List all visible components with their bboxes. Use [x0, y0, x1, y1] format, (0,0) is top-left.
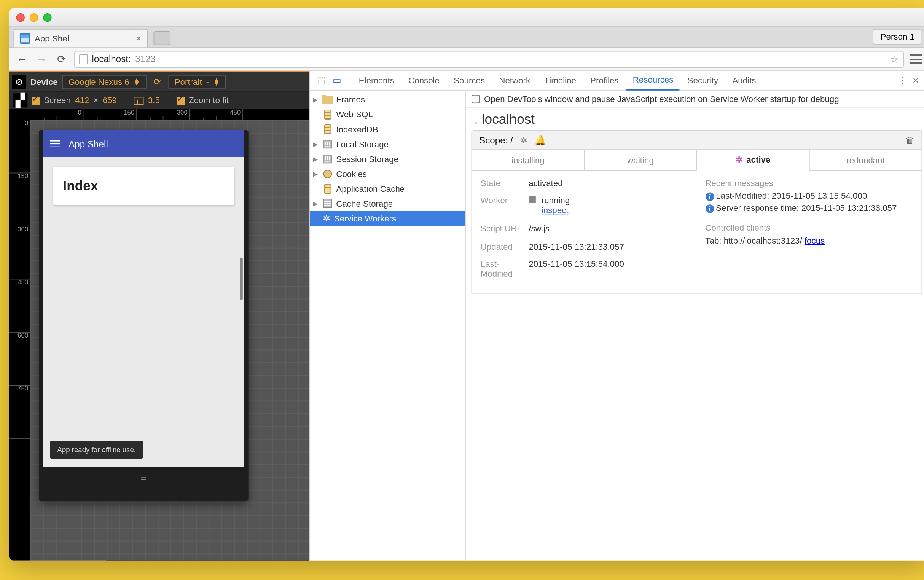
screen-checkbox[interactable] — [32, 97, 40, 104]
maximize-window-button[interactable] — [43, 13, 51, 21]
close-window-button[interactable] — [16, 13, 25, 21]
updated-label: Updated — [481, 242, 529, 252]
table-icon — [323, 140, 332, 148]
recent-messages-label: Recent messages — [705, 178, 913, 188]
ruler-horizontal: 0 150 300 450 — [30, 109, 310, 120]
stop-icon[interactable] — [529, 196, 536, 203]
sw-right-column: Recent messages iLast-Modified: 2015-11-… — [705, 178, 913, 286]
pause-label: Open DevTools window and pause JavaScrip… — [484, 94, 839, 104]
stair-icon[interactable]: ▞ — [13, 93, 27, 107]
devtools-tabs: ⬚ ▭ Elements Console Sources Network Tim… — [310, 71, 924, 91]
browser-menu-button[interactable] — [909, 54, 922, 64]
forward-button[interactable]: → — [35, 52, 49, 66]
device-mode-icon[interactable]: ▭ — [330, 75, 344, 86]
dpr-icon — [134, 97, 144, 104]
tab-console[interactable]: Console — [402, 71, 446, 90]
toast: App ready for offline use. — [50, 441, 143, 459]
sw-state-tabs: installing waiting ✲active redundant — [471, 150, 922, 171]
devtools-body: ▶Frames Web SQL IndexedDB ▶Local Storage… — [310, 91, 924, 560]
no-entry-icon[interactable]: ⊘ — [12, 74, 26, 89]
stack-icon — [323, 199, 332, 208]
hamburger-icon[interactable] — [50, 140, 60, 147]
tab-resources[interactable]: Resources — [626, 71, 680, 90]
ruler-tick: 0 — [30, 109, 84, 120]
reload-button[interactable]: ⟳ — [54, 52, 69, 66]
tab-network[interactable]: Network — [493, 71, 537, 90]
tree-websql[interactable]: Web SQL — [310, 107, 465, 122]
gear-icon: ✲ — [322, 214, 331, 222]
chevron-updown-icon: ▲▼ — [213, 78, 219, 85]
zoom-checkbox[interactable] — [176, 97, 184, 104]
inspect-link[interactable]: inspect — [542, 205, 568, 215]
updated-value: 2015-11-05 13:21:33.057 — [529, 242, 688, 252]
trash-icon[interactable]: 🗑 — [905, 135, 914, 145]
page-icon — [79, 54, 87, 64]
tab-elements[interactable]: Elements — [352, 71, 401, 90]
gear-icon: ✲ — [736, 155, 743, 165]
script-label: Script URL — [481, 223, 529, 233]
tree-cookies[interactable]: ▶Cookies — [310, 166, 465, 181]
new-tab-button[interactable] — [153, 31, 170, 45]
tab-sources[interactable]: Sources — [447, 71, 491, 90]
content-area: ⊘ Device Google Nexus 6 ▲▼ ⟳ Portrait - … — [9, 71, 924, 560]
sw-tab-waiting[interactable]: waiting — [585, 150, 697, 170]
tree-indexeddb[interactable]: IndexedDB — [310, 122, 465, 137]
inspect-icon[interactable]: ⬚ — [315, 75, 328, 86]
tree-localstorage[interactable]: ▶Local Storage — [310, 137, 465, 152]
ruler-tick: 450 — [9, 279, 30, 333]
browser-tab[interactable]: App Shell × — [13, 29, 148, 47]
tree-serviceworkers[interactable]: ✲Service Workers — [310, 211, 465, 226]
close-tab-button[interactable]: × — [136, 33, 142, 44]
ruler-tick: 300 — [137, 109, 190, 120]
tab-timeline[interactable]: Timeline — [538, 71, 583, 90]
app-preview[interactable]: App Shell Index App ready for offline us… — [43, 130, 244, 467]
titlebar — [9, 8, 924, 26]
tree-appcache[interactable]: Application Cache — [310, 181, 465, 196]
back-button[interactable]: ← — [15, 52, 29, 66]
tab-title: App Shell — [35, 33, 71, 43]
index-card: Index — [53, 167, 234, 205]
pause-on-startup-row: Open DevTools window and pause JavaScrip… — [466, 91, 924, 108]
lastmod-label: Last-Modified — [481, 259, 529, 278]
pause-checkbox[interactable] — [471, 94, 480, 103]
sw-tab-installing[interactable]: installing — [472, 150, 585, 170]
focus-link[interactable]: focus — [804, 236, 825, 246]
tab-audits[interactable]: Audits — [726, 71, 763, 90]
tree-frames[interactable]: ▶Frames — [310, 92, 465, 107]
tab-strip: App Shell × Person 1 — [9, 26, 924, 48]
scope-row: Scope: / ✲ 🔔 🗑 — [471, 130, 922, 150]
tree-cachestorage[interactable]: ▶Cache Storage — [310, 196, 465, 211]
orientation-select[interactable]: Portrait - ▲▼ — [168, 74, 226, 89]
scrollbar[interactable] — [240, 258, 242, 300]
ruler-tick: 300 — [9, 226, 30, 280]
ruler-tick: 150 — [83, 109, 136, 120]
database-icon — [324, 124, 331, 134]
profile-button[interactable]: Person 1 — [873, 29, 922, 44]
app-title: App Shell — [69, 138, 108, 149]
minimize-window-button[interactable] — [30, 13, 38, 21]
bell-icon[interactable]: 🔔 — [535, 135, 546, 145]
sw-left-column: Stateactivated Workerrunninginspect Scri… — [481, 178, 688, 286]
bookmark-icon[interactable]: ☆ — [890, 53, 899, 65]
ruler-tick: 600 — [9, 333, 30, 386]
sw-tab-redundant[interactable]: redundant — [810, 150, 922, 170]
tab-profiles[interactable]: Profiles — [584, 71, 625, 90]
times: × — [93, 96, 98, 105]
close-devtools-icon[interactable]: ✕ — [912, 75, 919, 85]
favicon-icon — [20, 33, 30, 44]
rotate-icon[interactable]: ⟳ — [150, 76, 164, 87]
device-toolbar: ⊘ Device Google Nexus 6 ▲▼ ⟳ Portrait - … — [9, 71, 310, 92]
info-icon: i — [705, 204, 713, 213]
device-select[interactable]: Google Nexus 6 ▲▼ — [62, 74, 146, 89]
table-icon — [323, 155, 332, 163]
state-value: activated — [529, 178, 688, 188]
url-port: 3123 — [135, 54, 156, 64]
more-icon[interactable]: ⋮ — [898, 75, 906, 85]
address-bar[interactable]: localhost:3123 ☆ — [74, 51, 904, 68]
sw-tab-active[interactable]: ✲active — [697, 150, 810, 171]
tree-sessionstorage[interactable]: ▶Session Storage — [310, 152, 465, 166]
controlled-clients-label: Controlled clients — [705, 223, 913, 233]
tab-security[interactable]: Security — [681, 71, 725, 90]
lastmod-value: 2015-11-05 13:15:54.000 — [529, 259, 688, 278]
gear-icon[interactable]: ✲ — [520, 135, 527, 145]
